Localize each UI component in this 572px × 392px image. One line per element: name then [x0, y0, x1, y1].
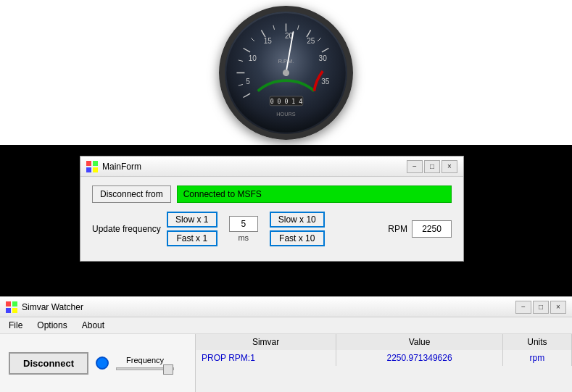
menu-options[interactable]: Options [31, 319, 72, 332]
frequency-row: Update frequency Slow x 1 Fast x 1 5 ms … [92, 212, 452, 246]
update-frequency-label: Update frequency [92, 224, 161, 234]
frequency-slider-area: Frequency [116, 356, 174, 370]
simvar-name: PROP RPM:1 [196, 350, 336, 366]
freq-ms-area: 5 ms [229, 216, 258, 242]
dialog-maximize-btn[interactable]: □ [424, 160, 440, 173]
ms-value: 5 [229, 216, 258, 232]
svg-text:10: 10 [249, 54, 257, 62]
frequency-indicator-dot [96, 356, 109, 370]
disconnect-from-button[interactable]: Disconnect from [92, 185, 171, 203]
simvar-value: 2250.971349626 [336, 350, 503, 366]
dialog-minimize-btn[interactable]: − [407, 160, 423, 173]
simvar-window: Simvar Watcher − □ × File Options About … [0, 296, 572, 392]
simvar-close-btn[interactable]: × [550, 301, 566, 314]
table-row: PROP RPM:12250.971349626rpm [196, 350, 572, 366]
simvar-table: Simvar Value Units PROP RPM:12250.971349… [196, 334, 572, 366]
fast-x1-button[interactable]: Fast x 1 [167, 230, 217, 246]
freq-buttons-right: Slow x 10 Fast x 10 [270, 212, 325, 246]
svg-text:25: 25 [307, 36, 315, 44]
svg-text:35: 35 [321, 78, 330, 86]
simvar-title: Simvar Watcher [22, 302, 83, 312]
simvar-units: rpm [502, 350, 571, 366]
frequency-slider-thumb[interactable] [163, 364, 173, 375]
svg-rect-34 [12, 308, 17, 313]
col-value: Value [336, 334, 503, 350]
rpm-value: 2250 [412, 220, 452, 238]
svg-rect-30 [93, 167, 98, 172]
simvar-titlebar: Simvar Watcher − □ × [0, 297, 572, 317]
simvar-minimize-btn[interactable]: − [515, 301, 531, 314]
simvar-left-panel: Disconnect Frequency [0, 334, 196, 392]
frequency-label: Frequency [126, 356, 164, 364]
menu-about[interactable]: About [76, 319, 110, 332]
dialog-close-btn[interactable]: × [442, 160, 457, 173]
svg-rect-32 [12, 301, 17, 306]
rpm-label: RPM [388, 224, 407, 234]
svg-rect-31 [6, 301, 11, 306]
simvar-icon [6, 301, 17, 313]
dialog-window-controls: − □ × [407, 160, 457, 173]
top-area: 5 10 15 20 25 30 35 R.P.M. [0, 0, 572, 145]
fast-x10-button[interactable]: Fast x 10 [270, 230, 325, 246]
dialog-title: MainForm [102, 162, 141, 172]
slow-x1-button[interactable]: Slow x 1 [167, 212, 217, 228]
col-simvar: Simvar [196, 334, 336, 350]
simvar-window-controls: − □ × [515, 301, 566, 314]
dialog-titlebar: MainForm − □ × [80, 157, 463, 177]
svg-text:0 0 0 1 4: 0 0 0 1 4 [270, 97, 303, 104]
svg-rect-27 [86, 161, 91, 166]
svg-text:5: 5 [246, 78, 250, 86]
dialog-content: Disconnect from Connected to MSFS Update… [80, 177, 463, 261]
connection-row: Disconnect from Connected to MSFS [92, 185, 452, 203]
svg-text:15: 15 [264, 36, 273, 44]
svg-text:30: 30 [319, 54, 328, 62]
col-units: Units [502, 334, 571, 350]
simvar-menubar: File Options About [0, 317, 572, 334]
rpm-gauge: 5 10 15 20 25 30 35 R.P.M. [219, 6, 353, 140]
svg-text:HOURS: HOURS [276, 111, 295, 117]
freq-buttons-left: Slow x 1 Fast x 1 [167, 212, 217, 246]
connection-status: Connected to MSFS [177, 185, 452, 203]
simvar-maximize-btn[interactable]: □ [533, 301, 549, 314]
svg-rect-29 [86, 167, 91, 172]
svg-text:R.P.M.: R.P.M. [278, 58, 294, 64]
svg-rect-33 [6, 308, 11, 313]
simvar-body: Disconnect Frequency Simvar Value Units [0, 334, 572, 392]
frequency-slider-track[interactable] [116, 367, 174, 370]
dialog-icon [86, 161, 98, 172]
simvar-table-header: Simvar Value Units [196, 334, 572, 350]
slow-x10-button[interactable]: Slow x 10 [270, 212, 325, 228]
svg-rect-28 [93, 161, 98, 166]
main-dialog: MainForm − □ × Disconnect from Connected… [80, 156, 464, 262]
simvar-table-body: PROP RPM:12250.971349626rpm [196, 350, 572, 366]
simvar-table-area: Simvar Value Units PROP RPM:12250.971349… [196, 334, 572, 392]
ms-label: ms [238, 233, 249, 242]
rpm-section: RPM 2250 [388, 220, 452, 238]
disconnect-button[interactable]: Disconnect [9, 352, 88, 375]
menu-file[interactable]: File [3, 319, 28, 332]
